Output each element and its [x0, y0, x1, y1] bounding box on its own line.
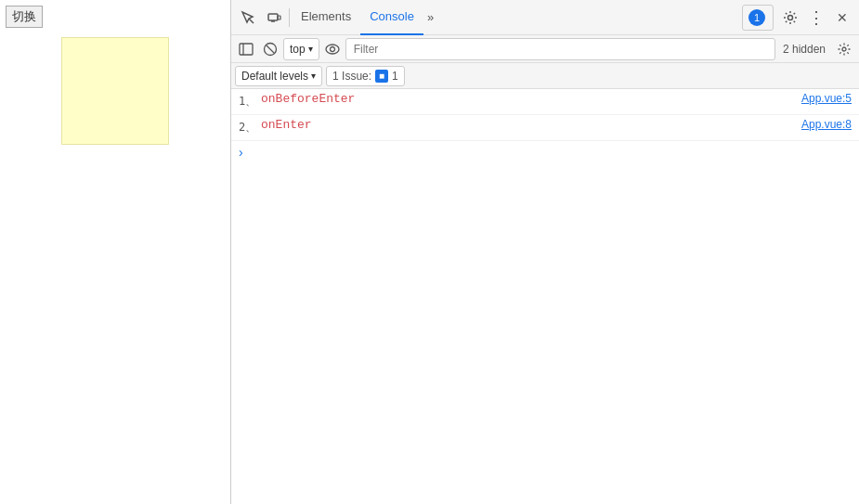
- log-level-arrow: ▾: [311, 71, 316, 81]
- notification-badge-container[interactable]: 1: [742, 5, 774, 31]
- notification-count: 1: [748, 9, 765, 26]
- inspect-icon[interactable]: [235, 5, 261, 31]
- log-levels-toolbar: Default levels ▾ 1 Issue: ■ 1: [231, 63, 859, 89]
- log-level-dropdown[interactable]: Default levels ▾: [235, 66, 322, 86]
- svg-point-10: [330, 46, 334, 51]
- webpage-area: 切换: [0, 0, 230, 504]
- switch-button[interactable]: 切换: [6, 6, 43, 28]
- console-toolbar: top ▾ 2 hidden: [231, 35, 859, 63]
- issues-count: 1: [392, 70, 398, 83]
- entry-number-1: 1、: [239, 92, 257, 110]
- context-selector[interactable]: top ▾: [283, 38, 319, 60]
- settings-icon[interactable]: [777, 5, 803, 31]
- context-label: top: [290, 43, 306, 56]
- entry-text-2: onEnter: [261, 118, 794, 132]
- svg-line-8: [267, 45, 275, 53]
- svg-point-11: [842, 47, 846, 51]
- more-tabs-button[interactable]: »: [423, 0, 437, 35]
- console-prompt-icon[interactable]: ›: [239, 145, 243, 160]
- devtools-toolbar: Elements Console » 1 ⋮ ✕: [231, 0, 859, 35]
- svg-rect-5: [240, 44, 253, 55]
- tab-elements[interactable]: Elements: [292, 0, 360, 35]
- console-output: 1、 onBeforeEnter App.vue:5 2、 onEnter Ap…: [231, 89, 859, 504]
- eye-icon[interactable]: [321, 38, 344, 60]
- hidden-count: 2 hidden: [777, 43, 831, 56]
- console-clear-button[interactable]: [259, 38, 281, 60]
- svg-line-0: [249, 19, 254, 23]
- more-options-icon[interactable]: ⋮: [803, 5, 829, 31]
- filter-input[interactable]: [345, 38, 775, 60]
- console-prompt-row: ›: [231, 141, 859, 163]
- console-entry-1: 1、 onBeforeEnter App.vue:5: [231, 89, 859, 115]
- issue-icon: ■: [375, 70, 388, 83]
- yellow-box: [61, 37, 169, 145]
- issues-badge[interactable]: 1 Issue: ■ 1: [326, 66, 405, 86]
- issues-label: 1 Issue:: [332, 70, 371, 83]
- console-entry-2: 2、 onEnter App.vue:8: [231, 115, 859, 141]
- tab-console[interactable]: Console: [360, 0, 423, 35]
- devtools-panel: Elements Console » 1 ⋮ ✕: [230, 0, 859, 504]
- entry-source-2[interactable]: App.vue:8: [801, 118, 852, 131]
- context-arrow: ▾: [308, 44, 313, 54]
- entry-text-1: onBeforeEnter: [261, 92, 794, 106]
- toolbar-divider: [289, 8, 290, 27]
- entry-source-1[interactable]: App.vue:5: [801, 92, 852, 105]
- console-settings-icon[interactable]: [833, 38, 855, 60]
- log-level-label: Default levels: [241, 70, 308, 83]
- device-toggle-icon[interactable]: [261, 5, 287, 31]
- svg-point-9: [326, 45, 339, 54]
- close-icon[interactable]: ✕: [829, 5, 855, 31]
- svg-rect-2: [278, 16, 280, 19]
- svg-rect-1: [268, 14, 278, 20]
- svg-point-4: [788, 15, 793, 19]
- console-sidebar-toggle[interactable]: [235, 38, 257, 60]
- entry-number-2: 2、: [239, 118, 257, 136]
